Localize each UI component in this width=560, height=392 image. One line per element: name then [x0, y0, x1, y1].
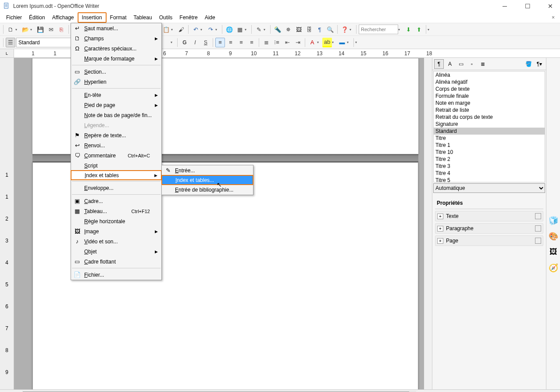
style-item[interactable]: Titre 4: [434, 170, 545, 177]
styles-button[interactable]: ☰: [6, 38, 15, 47]
bold-button[interactable]: G: [180, 38, 189, 47]
table-button[interactable]: ▦: [235, 25, 245, 34]
menu-item[interactable]: ✎Entrée...: [162, 165, 253, 175]
menu-item[interactable]: 🗋Champs▶: [71, 33, 161, 43]
list-styles-button[interactable]: ≣: [478, 59, 488, 69]
undo-button[interactable]: ↶: [191, 25, 200, 34]
align-justify-button[interactable]: ≡: [247, 38, 257, 47]
style-item[interactable]: Titre 1: [434, 142, 545, 149]
char-styles-button[interactable]: A: [445, 59, 455, 69]
style-item[interactable]: Note en marge: [434, 100, 545, 107]
prop-section-page[interactable]: +Page: [435, 235, 543, 246]
nonprinting-button[interactable]: ¶: [315, 25, 325, 34]
style-filter[interactable]: Automatique: [433, 183, 545, 193]
style-item[interactable]: Retrait de liste: [434, 107, 545, 114]
drawing-button[interactable]: ✎: [254, 25, 264, 34]
style-item[interactable]: Titre: [434, 135, 545, 142]
vertical-scrollbar[interactable]: [424, 58, 432, 389]
email-button[interactable]: ✉: [46, 25, 56, 34]
menu-item[interactable]: Pied de page▶: [71, 100, 161, 110]
prop-section-paragraphe[interactable]: +Paragraphe: [435, 223, 543, 234]
maximize-button[interactable]: ☐: [521, 3, 534, 10]
format-paint-button[interactable]: 🖌: [176, 25, 186, 34]
indent-more-button[interactable]: ⇥: [293, 38, 303, 47]
menu-item[interactable]: Marque de formatage▶: [71, 53, 161, 64]
menu-item[interactable]: En-tête▶: [71, 90, 161, 100]
align-center-button[interactable]: ≡: [226, 38, 235, 47]
vertical-ruler[interactable]: 1123456789: [0, 58, 14, 389]
page-styles-button[interactable]: ▫: [467, 59, 477, 69]
horizontal-scrollbar[interactable]: ◂ ▸: [0, 389, 560, 392]
search-field[interactable]: [359, 25, 398, 34]
find-button[interactable]: 🔦: [273, 25, 282, 34]
align-left-button[interactable]: ≡: [215, 38, 225, 47]
document-close-button[interactable]: ×: [549, 14, 557, 21]
menu-item[interactable]: ▦Tableau...Ctrl+F12: [71, 206, 161, 216]
style-item[interactable]: Formule finale: [434, 93, 545, 100]
hyperlink-button[interactable]: 🌐: [225, 25, 234, 34]
frame-styles-button[interactable]: ▭: [456, 59, 466, 69]
bg-color-button[interactable]: ▬: [337, 38, 347, 47]
minimize-button[interactable]: ─: [499, 3, 511, 10]
menu-aide[interactable]: Aide: [201, 13, 219, 22]
menu-item[interactable]: ▣Cadre...: [71, 196, 161, 206]
help-button[interactable]: ❓: [340, 25, 350, 34]
menu-item[interactable]: Note de bas de page/de fin...: [71, 110, 161, 120]
style-item[interactable]: Titre 5: [434, 177, 545, 182]
image-icon[interactable]: 🖼: [548, 247, 559, 258]
style-item[interactable]: Titre 3: [434, 163, 545, 170]
find-prev-button[interactable]: ⬇: [403, 25, 413, 34]
pdf-button[interactable]: ⎘: [57, 25, 66, 34]
close-button[interactable]: ✕: [544, 3, 556, 10]
style-item[interactable]: Corps de texte: [434, 86, 545, 93]
menu-item[interactable]: Index et tables...: [161, 175, 253, 185]
gallery-button[interactable]: 🖼: [294, 25, 303, 34]
save-button[interactable]: 💾: [36, 25, 45, 34]
menu-item[interactable]: ΩCaractères spéciaux...: [71, 43, 161, 53]
style-item[interactable]: Alinéa: [434, 71, 545, 78]
menu-item[interactable]: Entrée de bibliographie...: [162, 185, 253, 195]
menu-insertion[interactable]: Insertion: [78, 12, 107, 23]
fill-format-button[interactable]: 🪣: [524, 59, 533, 69]
menu-item[interactable]: 🔗Hyperlien: [71, 77, 161, 87]
menu-edition[interactable]: Édition: [25, 13, 49, 22]
menu-item[interactable]: Enveloppe...: [71, 183, 161, 193]
menu-item[interactable]: Index et tables▶: [71, 170, 162, 180]
style-item[interactable]: Titre 2: [434, 156, 545, 163]
menu-item[interactable]: Objet▶: [71, 246, 161, 257]
open-button[interactable]: 📂: [21, 25, 30, 34]
highlight-button[interactable]: ab: [322, 38, 332, 47]
search-input[interactable]: [361, 27, 396, 32]
new-style-button[interactable]: ¶▾: [535, 59, 544, 69]
font-color-button[interactable]: A: [307, 38, 317, 47]
prop-section-texte[interactable]: +Texte: [435, 211, 543, 221]
redo-button[interactable]: ↷: [206, 25, 215, 34]
navigator-button[interactable]: ✵: [283, 25, 293, 34]
menu-item[interactable]: ⚑Repère de texte...: [71, 130, 161, 140]
menu-item[interactable]: ↵Saut manuel...: [71, 23, 161, 33]
style-item[interactable]: Signature: [434, 121, 545, 128]
style-item[interactable]: Titre 10: [434, 149, 545, 156]
numbered-list-button[interactable]: ≣: [261, 38, 271, 47]
menu-item[interactable]: Règle horizontale: [71, 216, 161, 226]
new-button[interactable]: 🗋: [6, 25, 15, 34]
menu-item[interactable]: ▭Section...: [71, 67, 161, 77]
menu-item[interactable]: ▭Cadre flottant: [71, 257, 161, 267]
menu-outils[interactable]: Outils: [156, 13, 176, 22]
bullet-list-button[interactable]: ⁝≡: [272, 38, 282, 47]
italic-button[interactable]: I: [190, 38, 200, 47]
align-right-button[interactable]: ≡: [236, 38, 246, 47]
menu-item[interactable]: 🗨CommentaireCtrl+Alt+C: [71, 150, 161, 160]
menu-item[interactable]: ↩Renvoi...: [71, 140, 161, 150]
underline-button[interactable]: S: [201, 38, 210, 47]
menu-fichier[interactable]: Fichier: [3, 13, 25, 22]
para-styles-button[interactable]: ¶: [434, 59, 444, 69]
menu-item[interactable]: ♪Vidéo et son...: [71, 236, 161, 246]
menu-fenetre[interactable]: Fenêtre: [176, 13, 201, 22]
datasource-button[interactable]: 🗄: [304, 25, 314, 34]
indent-less-button[interactable]: ⇤: [282, 38, 292, 47]
menu-tableau[interactable]: Tableau: [130, 13, 156, 22]
cube-icon[interactable]: 🧊: [548, 216, 559, 226]
style-item[interactable]: Alinéa négatif: [434, 78, 545, 86]
menu-format[interactable]: Format: [107, 13, 130, 22]
